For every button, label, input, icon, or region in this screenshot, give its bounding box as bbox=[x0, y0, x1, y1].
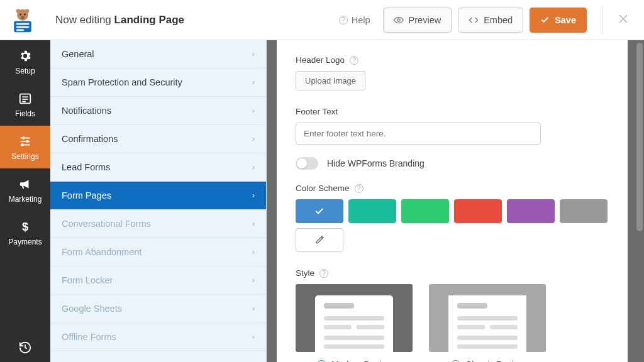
svg-text:$: $ bbox=[22, 220, 28, 233]
dollar-icon: $ bbox=[18, 220, 32, 234]
chevron-right-icon: › bbox=[252, 276, 255, 285]
page-name: Landing Page bbox=[114, 14, 184, 26]
style-classic-preview bbox=[429, 284, 546, 352]
help-icon[interactable]: ? bbox=[355, 184, 364, 193]
style-modern[interactable]: Modern Design bbox=[296, 284, 413, 362]
chevron-right-icon: › bbox=[252, 191, 255, 200]
chevron-right-icon: › bbox=[252, 50, 255, 58]
nav-rail: Setup Fields Settings Marketing $ Paymen… bbox=[0, 40, 50, 362]
rail-setup-label: Setup bbox=[15, 67, 35, 75]
color-swatch[interactable] bbox=[560, 199, 608, 223]
embed-button[interactable]: Embed bbox=[458, 8, 523, 33]
rail-fields-label: Fields bbox=[15, 109, 35, 118]
close-button[interactable] bbox=[614, 9, 633, 31]
color-swatch[interactable] bbox=[507, 199, 555, 223]
footer-text-input[interactable] bbox=[296, 123, 541, 145]
rail-settings[interactable]: Settings bbox=[0, 126, 50, 168]
svg-point-2 bbox=[25, 9, 29, 13]
rail-history[interactable] bbox=[0, 332, 50, 362]
top-bar: Now editing Landing Page ? Help Preview … bbox=[0, 0, 644, 40]
panel-item-offline-forms[interactable]: Offline Forms› bbox=[50, 323, 266, 351]
help-icon[interactable]: ? bbox=[319, 269, 328, 278]
upload-image-button[interactable]: Upload Image bbox=[296, 71, 365, 90]
panel-item-form-abandonment[interactable]: Form Abandonment› bbox=[50, 238, 266, 266]
chevron-right-icon: › bbox=[252, 304, 255, 313]
style-modern-radio[interactable]: Modern Design bbox=[296, 352, 413, 362]
form-card: Header Logo ? Upload Image Footer Text H… bbox=[277, 40, 628, 362]
color-swatch[interactable] bbox=[296, 199, 343, 223]
chevron-right-icon: › bbox=[252, 78, 255, 87]
svg-point-10 bbox=[397, 19, 400, 21]
color-swatch[interactable] bbox=[348, 199, 396, 223]
color-swatch[interactable] bbox=[401, 199, 449, 223]
svg-point-20 bbox=[21, 143, 24, 146]
panel-item-conversational-forms[interactable]: Conversational Forms› bbox=[50, 210, 266, 238]
preview-label: Preview bbox=[409, 15, 441, 25]
svg-rect-7 bbox=[16, 23, 30, 25]
eyedropper-icon bbox=[314, 235, 325, 245]
save-label: Save bbox=[555, 15, 576, 25]
help-icon[interactable]: ? bbox=[350, 56, 358, 65]
chevron-right-icon: › bbox=[252, 134, 255, 143]
close-icon bbox=[616, 12, 630, 26]
check-icon bbox=[314, 206, 325, 216]
panel-item-notifications[interactable]: Notifications› bbox=[50, 97, 266, 125]
style-classic[interactable]: Classic Design bbox=[429, 284, 546, 362]
bullhorn-icon bbox=[18, 177, 32, 191]
help-link[interactable]: ? Help bbox=[339, 15, 370, 25]
now-editing-label: Now editing bbox=[55, 14, 111, 26]
svg-point-1 bbox=[16, 9, 21, 13]
style-label: Style ? bbox=[296, 268, 609, 278]
save-button[interactable]: Save bbox=[530, 8, 587, 33]
main-area: Header Logo ? Upload Image Footer Text H… bbox=[267, 40, 644, 362]
svg-rect-9 bbox=[16, 29, 24, 31]
top-actions: ? Help Preview Embed Save bbox=[339, 5, 633, 35]
panel-item-confirmations[interactable]: Confirmations› bbox=[50, 125, 266, 153]
rail-marketing[interactable]: Marketing bbox=[0, 168, 50, 211]
separator bbox=[602, 5, 602, 35]
embed-label: Embed bbox=[484, 15, 513, 25]
panel-item-general[interactable]: General› bbox=[50, 40, 266, 69]
eye-icon bbox=[394, 15, 404, 25]
help-label: Help bbox=[352, 15, 370, 25]
body: Setup Fields Settings Marketing $ Paymen… bbox=[0, 40, 644, 362]
help-icon: ? bbox=[339, 16, 348, 25]
header-logo-label: Header Logo ? bbox=[296, 55, 609, 65]
rail-payments[interactable]: $ Payments bbox=[0, 211, 50, 254]
panel-item-form-pages[interactable]: Form Pages› bbox=[50, 182, 266, 210]
history-icon bbox=[18, 341, 32, 354]
panel-item-spam-protection-and-security[interactable]: Spam Protection and Security› bbox=[50, 69, 266, 97]
chevron-right-icon: › bbox=[252, 219, 255, 228]
color-picker-swatch[interactable] bbox=[296, 228, 343, 252]
panel-item-google-sheets[interactable]: Google Sheets› bbox=[50, 295, 266, 323]
hide-branding-row: Hide WPForms Branding bbox=[296, 157, 609, 170]
color-swatch[interactable] bbox=[454, 199, 502, 223]
style-modern-preview bbox=[296, 284, 413, 352]
footer-text-label: Footer Text bbox=[296, 107, 609, 116]
panel-item-form-locker[interactable]: Form Locker› bbox=[50, 266, 266, 295]
rail-marketing-label: Marketing bbox=[9, 195, 42, 204]
panel-item-lead-forms[interactable]: Lead Forms› bbox=[50, 153, 266, 182]
svg-point-5 bbox=[21, 16, 25, 18]
color-swatches bbox=[296, 199, 609, 252]
rail-setup[interactable]: Setup bbox=[0, 40, 50, 83]
preview-button[interactable]: Preview bbox=[383, 8, 452, 33]
style-classic-radio[interactable]: Classic Design bbox=[429, 352, 546, 362]
main-scrollbar[interactable] bbox=[636, 43, 643, 231]
check-icon bbox=[540, 15, 550, 25]
svg-point-19 bbox=[26, 140, 29, 143]
rail-payments-label: Payments bbox=[8, 238, 42, 246]
hide-branding-toggle[interactable] bbox=[296, 157, 318, 170]
code-icon bbox=[469, 15, 479, 25]
chevron-right-icon: › bbox=[252, 248, 255, 256]
gear-icon bbox=[18, 49, 32, 63]
app-logo bbox=[6, 4, 39, 36]
rail-settings-label: Settings bbox=[11, 152, 38, 161]
rail-fields[interactable]: Fields bbox=[0, 83, 50, 126]
settings-panel: General›Spam Protection and Security›Not… bbox=[50, 40, 267, 362]
page-title: Now editing Landing Page bbox=[55, 14, 184, 26]
sliders-icon bbox=[18, 134, 32, 148]
chevron-right-icon: › bbox=[252, 163, 255, 172]
settings-scroll[interactable]: General›Spam Protection and Security›Not… bbox=[50, 40, 266, 362]
svg-point-3 bbox=[19, 13, 21, 15]
